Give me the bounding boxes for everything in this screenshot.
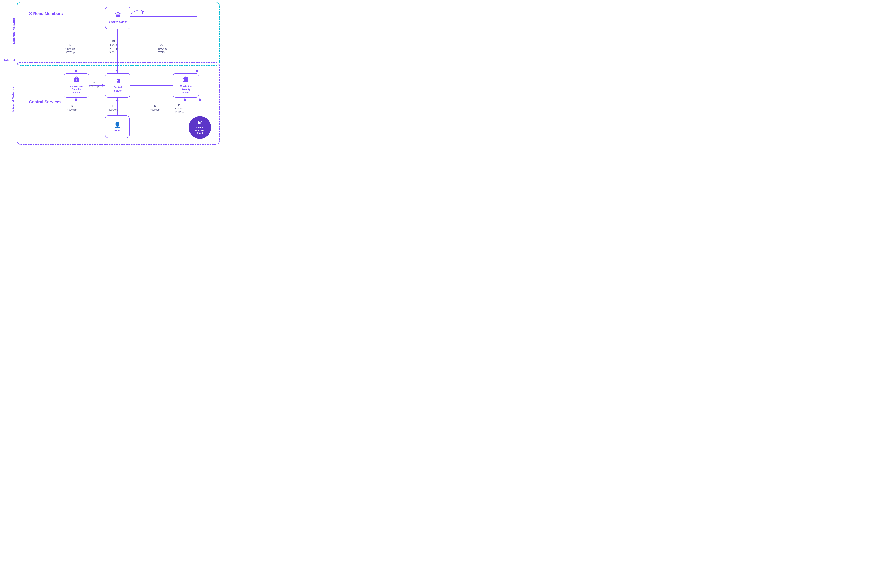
admin-label: Admin <box>114 129 121 132</box>
monitoring-server-icon: 🏛 <box>183 76 189 84</box>
port-label-in-4000-central: IN 4000/tcp <box>108 104 118 111</box>
admin-icon: 👤 <box>114 122 121 128</box>
diagram-container: External Network Internet Internal Netwo… <box>0 0 225 148</box>
monitoring-client-icon: 🏛 <box>198 120 202 125</box>
central-server-icon: 🖥 <box>115 78 120 84</box>
management-security-server-box: 🏛 ManagementSecurityServer <box>64 73 89 98</box>
port-label-in-4000-mgmt: IN 4000/tcp <box>67 104 76 111</box>
port-label-out-5500-5577: OUT 5500/tcp 5577/tcp <box>158 43 167 54</box>
internal-network-label: Internal Network <box>12 87 15 111</box>
port-label-in-4002: IN 4002/tcp <box>89 81 99 88</box>
monitoring-server-label: MonitoringSecurityServer <box>180 85 192 94</box>
external-network-label: External Network <box>12 18 16 44</box>
security-server-box: 🏛 Security Server <box>105 7 130 29</box>
security-server-label: Security Server <box>109 20 127 24</box>
central-server-label: CentralServer <box>114 86 122 92</box>
xroad-members-label: X-Road Members <box>29 11 63 16</box>
port-label-in-4000-monitor: IN 4000/tcp <box>150 104 160 111</box>
management-server-label: ManagementSecurityServer <box>70 85 83 94</box>
security-server-icon: 🏛 <box>115 12 121 19</box>
central-services-label: Central Services <box>29 99 61 104</box>
management-server-icon: 🏛 <box>73 76 79 84</box>
internet-label: Internet <box>4 58 15 62</box>
port-label-in-5500-5577-left: IN 5500/tcp 5577/tcp <box>65 43 75 54</box>
admin-box: 👤 Admin <box>105 116 129 138</box>
monitoring-client-label: CentralMonitoringClient <box>195 126 205 135</box>
port-label-in-80-443-4001: IN 80/tcp 443/tcp 4001/tcp <box>109 39 118 54</box>
port-label-in-8080-8443: IN 8080/tcp 8443/tcp <box>175 103 184 114</box>
monitoring-security-server-box: 🏛 MonitoringSecurityServer <box>173 73 199 98</box>
central-monitoring-client-box: 🏛 CentralMonitoringClient <box>189 116 211 139</box>
central-server-box: 🖥 CentralServer <box>105 73 130 98</box>
